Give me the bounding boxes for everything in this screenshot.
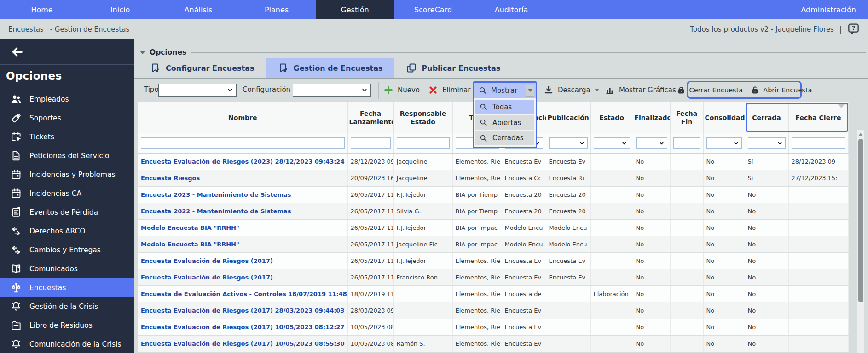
cell-tipo: BIA por Impac — [452, 236, 502, 252]
report-icon — [10, 206, 22, 218]
column-header-consolidado[interactable]: Consolidado — [703, 102, 745, 133]
survey-name-link[interactable]: Encuesta Evaluación de Riesgos (2017) — [141, 257, 273, 264]
scrollbar-thumb[interactable] — [858, 139, 863, 302]
tab-label: Publicar Encuestas — [422, 64, 501, 73]
column-header-cerrada[interactable]: Cerrada — [745, 102, 788, 133]
sidebar-item-soportes[interactable]: Soportes — [0, 108, 134, 127]
mostrar-dropdown-menu: TodasAbiertasCerradas — [474, 98, 536, 147]
survey-name-link[interactable]: Modelo Encuesta BIA "RRHH" — [141, 224, 239, 231]
tab-gestion-de-encuestas[interactable]: Gestión de Encuestas — [266, 58, 394, 78]
cell-configuracion: Encuesta Ev — [502, 319, 546, 335]
filter-input-fecha-fin[interactable] — [673, 137, 700, 149]
survey-name-link[interactable]: Encuesta Riesgos — [141, 175, 200, 182]
x-mark-icon — [428, 85, 438, 95]
filter-input-responsable-estado[interactable] — [397, 137, 450, 149]
sidebar-item-comunicacion-de-la-crisis[interactable]: Comunicación de la Crisis — [0, 335, 134, 353]
survey-name-link[interactable]: Encuesta Evaluación de Riesgos (2017) 28… — [141, 307, 344, 314]
sidebar-item-encuestas[interactable]: Encuestas — [0, 278, 134, 297]
cell-tipo: Elementos, Rie — [452, 269, 502, 285]
nav-item-planes[interactable]: Planes — [237, 0, 316, 19]
column-header-publicacion[interactable]: Publicación — [546, 102, 590, 133]
column-header-fecha-lanzamiento[interactable]: Fecha Lanzamiento — [347, 102, 393, 133]
cell-estado — [590, 252, 633, 269]
mostrar-button[interactable]: Mostrar — [474, 83, 536, 98]
nav-item-analisis[interactable]: Análisis — [159, 0, 237, 19]
nav-item-auditoria[interactable]: Auditoría — [472, 0, 550, 19]
breadcrumb-separator: | — [839, 25, 842, 34]
scroll-up-icon[interactable] — [858, 133, 863, 136]
sidebar-item-peticiones-del-servicio[interactable]: Peticiones del Servicio — [0, 146, 134, 165]
sidebar-item-empleados[interactable]: Empleados — [0, 90, 134, 108]
survey-name-link[interactable]: Encuesta Evaluación de Riesgos (2017) 10… — [141, 340, 344, 347]
nav-item-administracion[interactable]: Administración — [789, 0, 868, 19]
sidebar-item-libro-de-residuos[interactable]: Libro de Residuos — [0, 316, 134, 335]
filter-select-cerrada[interactable] — [748, 137, 786, 149]
mostrar-dropdown-toggle[interactable] — [526, 85, 534, 97]
nav-item-inicio[interactable]: Inicio — [81, 0, 159, 19]
mostrar-option-todas[interactable]: Todas — [475, 100, 534, 114]
sidebar-item-label: Tickets — [29, 133, 54, 141]
eliminar-button[interactable]: Eliminar — [428, 82, 470, 98]
nuevo-button[interactable]: Nuevo — [383, 82, 420, 98]
column-header-estado[interactable]: Estado — [590, 102, 633, 133]
cell-cerrada: No — [745, 335, 788, 352]
descarga-button[interactable]: Descarga — [544, 82, 599, 98]
survey-name-link[interactable]: Encuesta Evaluación de Riesgos (2017) 10… — [141, 324, 344, 330]
column-header-responsable-estado[interactable]: Responsable Estado — [393, 102, 452, 133]
survey-name-link[interactable]: Encuesta 2022 - Mantenimiento de Sistema… — [141, 208, 291, 215]
options-panel-header[interactable]: Opciones — [140, 48, 866, 57]
sidebar-item-comunicados[interactable]: Comunicados — [0, 259, 134, 278]
cerrar-encuesta-button[interactable]: Cerrar Encuesta — [677, 85, 743, 95]
sidebar-item-eventos-de-perdida[interactable]: Eventos de Pérdida — [0, 203, 134, 222]
vertical-scrollbar[interactable] — [857, 130, 864, 353]
mostrar-option-label: Todas — [492, 103, 512, 111]
swap-icon — [10, 244, 22, 256]
abrir-encuesta-button[interactable]: Abrir Encuesta — [750, 85, 812, 95]
sidebar-collapse-button[interactable] — [0, 39, 134, 65]
mostrar-graficas-button[interactable]: Mostrar Gráficas — [605, 82, 676, 98]
mostrar-option-abiertas[interactable]: Abiertas — [475, 115, 534, 130]
breadcrumb-bar: Encuestas - Gestión de Encuestas Todos l… — [0, 19, 868, 39]
survey-name-link[interactable]: Encuesta 2023 - Mantenimiento de Sistema… — [141, 191, 291, 198]
filter-select-consolidado[interactable] — [706, 137, 742, 149]
chevron-down-icon — [226, 86, 234, 94]
toolbar-separator — [378, 82, 379, 99]
chevron-down-icon — [621, 140, 628, 147]
filter-input-fecha-lanzamiento[interactable] — [351, 137, 391, 149]
sidebar-item-label: Empleados — [29, 95, 69, 103]
survey-name-link[interactable]: Encuesta de Evaluación Activos - Control… — [141, 290, 347, 297]
table-row: Encuesta de Evaluación Activos - Control… — [138, 285, 848, 302]
filter-select-estado[interactable] — [594, 137, 630, 149]
cell-tipo: BIA por Tiemp — [452, 186, 502, 203]
sidebar-item-gestion-de-la-crisis[interactable]: Gestión de la Crisis — [0, 297, 134, 316]
column-header-fecha-fin[interactable]: Fecha Fin — [670, 102, 703, 133]
filter-input-nombre[interactable] — [141, 137, 345, 149]
help-icon[interactable]: ? — [847, 23, 860, 35]
survey-name-link[interactable]: Encuesta Evaluación de Riesgos (2023) 28… — [141, 158, 344, 165]
column-header-nombre[interactable]: Nombre — [138, 102, 347, 133]
nav-item-home[interactable]: Home — [3, 0, 81, 19]
table-row: Encuesta Evaluación de Riesgos (2017) 10… — [138, 335, 848, 352]
filter-select-finalizado[interactable] — [636, 137, 667, 149]
cell-consolidado: No — [703, 302, 745, 319]
column-header-finalizado[interactable]: Finalizado — [633, 102, 670, 133]
cell-consolidado: No — [703, 219, 745, 236]
filter-select-publicacion[interactable] — [549, 137, 588, 149]
configuracion-select[interactable] — [293, 84, 371, 97]
sidebar-item-derechos-arco[interactable]: Derechos ARCO — [0, 222, 134, 240]
nav-item-gestion[interactable]: Gestión — [316, 0, 394, 19]
sidebar-item-incidencias-ca[interactable]: Incidencias CA — [0, 184, 134, 203]
survey-name-link[interactable]: Encuesta Evaluación de Riesgos (2017) — [141, 274, 273, 281]
nav-item-scorecard[interactable]: ScoreCard — [394, 0, 472, 19]
sidebar-item-tickets[interactable]: Tickets — [0, 127, 134, 146]
tipo-select[interactable] — [158, 84, 237, 97]
sidebar-item-incidencias-y-problemas[interactable]: Incidencias y Problemas — [0, 165, 134, 184]
filter-input-fecha-cierre[interactable] — [792, 137, 845, 149]
cell-nombre: Encuesta de Evaluación Activos - Control… — [138, 285, 347, 302]
tab-configurar-encuestas[interactable]: Configurar Encuestas — [138, 58, 266, 78]
sidebar-item-cambios-y-entregas[interactable]: Cambios y Entregas — [0, 240, 134, 259]
survey-name-link[interactable]: Modelo Encuesta BIA "RRHH" — [141, 241, 239, 248]
tab-publicar-encuestas[interactable]: Publicar Encuestas — [394, 58, 512, 78]
column-header-fecha-cierre[interactable]: Fecha Cierre — [788, 102, 848, 133]
mostrar-option-cerradas[interactable]: Cerradas — [475, 131, 534, 145]
